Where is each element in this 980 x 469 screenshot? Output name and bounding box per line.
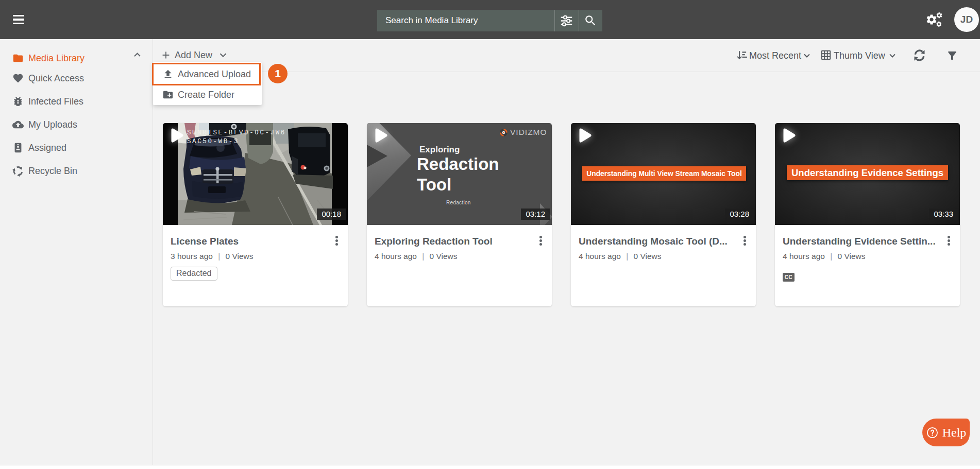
svg-text:SAC50-WB-3: SAC50-WB-3 xyxy=(187,138,239,145)
svg-text:SUNRISE-BLVD-OC-JW6: SUNRISE-BLVD-OC-JW6 xyxy=(187,129,286,136)
